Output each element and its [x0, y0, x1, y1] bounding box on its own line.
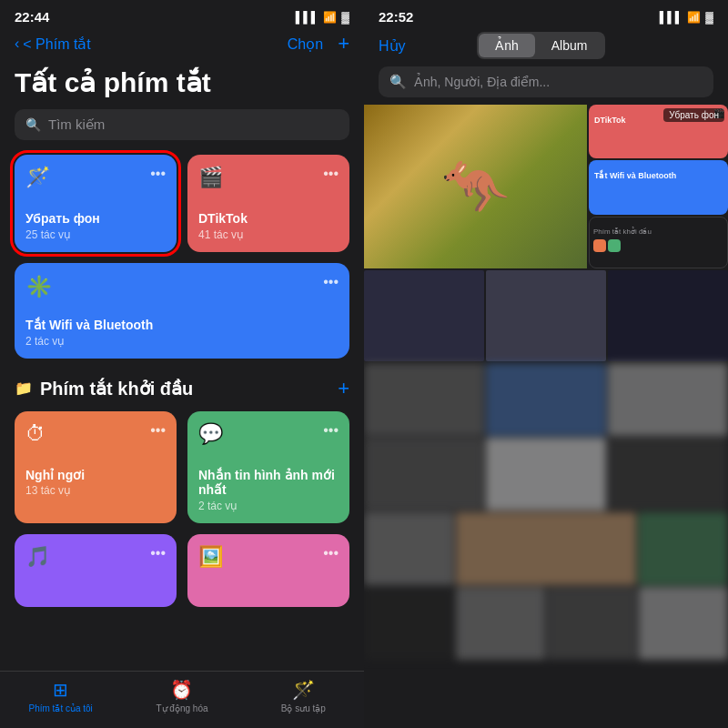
segment-album[interactable]: Album — [535, 34, 604, 57]
photo-search-icon: 🔍 — [389, 74, 407, 90]
photo-cell-1[interactable] — [364, 270, 484, 361]
ubr-fon-title: Убрать фон — [25, 211, 166, 227]
blurred-photos-area — [364, 363, 728, 660]
right-signal-icon: ▌▌▌ — [660, 11, 683, 24]
ubr-fon-more[interactable]: ••• — [150, 166, 166, 182]
bottom-shortcuts-grid: ⏱ ••• Nghỉ ngơi 13 tác vụ 💬 ••• Nhắn tin… — [0, 411, 364, 535]
right-status-bar: 22:52 ▌▌▌ 📶 ▓ — [364, 0, 728, 28]
left-status-icons: ▌▌▌ 📶 ▓ — [296, 11, 349, 24]
shortcut-card-nhan-tin[interactable]: 💬 ••• Nhắn tin hình ảnh mới nhất 2 tác v… — [187, 411, 349, 524]
audio-icon: 🎵 — [25, 545, 166, 569]
wifi-bluetooth-icon: ✳️ — [25, 274, 339, 299]
wifi-card-title: Tắt Wifi và Bluetooth — [25, 318, 339, 333]
tab-my-shortcuts-label: Phím tắt của tôi — [28, 703, 92, 713]
nhan-tin-title: Nhắn tin hình ảnh mới nhất — [198, 468, 339, 499]
right-panel: 22:52 ▌▌▌ 📶 ▓ Hủy Ảnh Album 🔍 Ảnh, Người… — [364, 0, 728, 728]
dtiktok-subtitle: 41 tác vụ — [198, 228, 339, 241]
tab-bar: ⊞ Phím tắt của tôi ⏰ Tự động hóa 🪄 Bộ sư… — [0, 671, 364, 728]
tab-gallery[interactable]: 🪄 Bộ sưu tập — [243, 679, 364, 713]
wifi-card-more[interactable]: ••• — [323, 274, 339, 290]
section-title: 📁 Phím tắt khởi đầu — [15, 378, 193, 399]
dtiktok-more[interactable]: ••• — [323, 166, 339, 182]
animal-photo[interactable]: 🦘 — [364, 105, 587, 268]
back-label: < Phím tắt — [23, 35, 90, 53]
mini-phimtat-card[interactable]: Phím tắt khởi đầu — [589, 217, 728, 268]
wifi-card-subtitle: 2 tác vụ — [25, 335, 339, 348]
photos2-icon: 🖼️ — [198, 545, 339, 569]
tab-gallery-icon: 🪄 — [292, 679, 315, 701]
dtiktok-title: DTikTok — [198, 211, 339, 227]
mini-icon-2 — [608, 239, 621, 252]
wifi-icon: 📶 — [323, 11, 337, 24]
mini-dtiktok-label: DTikTok — [594, 116, 626, 125]
shortcut-card-audio[interactable]: 🎵 ••• — [15, 534, 177, 607]
left-nav-bar: ‹ < Phím tắt Chọn + — [0, 28, 364, 63]
tab-automation-label: Tự động hóa — [156, 703, 207, 713]
right-wifi-icon: 📶 — [687, 11, 701, 24]
search-placeholder: Tìm kiếm — [48, 116, 105, 133]
left-status-bar: 22:44 ▌▌▌ 📶 ▓ — [0, 0, 364, 28]
nghi-ngoi-icon: ⏱ — [25, 422, 166, 446]
dtiktok-icon: 🎬 — [198, 166, 339, 189]
photo-cell-3[interactable] — [608, 270, 728, 361]
choose-button[interactable]: Chọn — [288, 35, 323, 53]
mini-action-icons — [593, 239, 723, 252]
nhan-tin-icon: 💬 — [198, 422, 339, 446]
mini-wifi-label: Tắt Wifi và Bluetooth — [594, 171, 676, 180]
segment-control: Ảnh Album — [477, 32, 605, 59]
nghi-ngoi-title: Nghỉ ngơi — [25, 468, 166, 483]
segment-photos[interactable]: Ảnh — [479, 34, 535, 57]
overlay-label: Убрать фон — [663, 108, 724, 122]
right-status-icons: ▌▌▌ 📶 ▓ — [660, 11, 713, 24]
add-button[interactable]: + — [338, 32, 349, 56]
search-icon: 🔍 — [25, 117, 41, 132]
photo-search-bar[interactable]: 🔍 Ảnh, Người, Địa điểm... — [379, 66, 713, 97]
mini-wifi-card[interactable]: Tắt Wifi và Bluetooth — [589, 160, 728, 214]
shortcut-card-ubr-fon[interactable]: 🪄 ••• Убрать фон 25 tác vụ — [15, 155, 177, 252]
photo-cell-2[interactable] — [486, 270, 606, 361]
left-time: 22:44 — [15, 9, 49, 25]
back-button[interactable]: ‹ < Phím tắt — [15, 35, 91, 53]
top-shortcuts-grid: 🪄 ••• Убрать фон 25 tác vụ 🎬 ••• DTikTok… — [0, 155, 364, 263]
tab-automation[interactable]: ⏰ Tự động hóa — [121, 679, 242, 713]
photos-area: 🦘 DTikTok 🎬 Tắt Wifi và Bluetooth Phím t… — [364, 105, 728, 728]
audio-more[interactable]: ••• — [150, 545, 166, 561]
photos-row-1: 🦘 DTikTok 🎬 Tắt Wifi và Bluetooth Phím t… — [364, 105, 728, 268]
mini-phimtat-label: Phím tắt khởi đầu — [593, 228, 652, 236]
animal-illustration: 🦘 — [364, 105, 587, 268]
bottom-row-2: 🎵 ••• 🖼️ ••• — [0, 534, 364, 618]
mini-icon-1 — [593, 239, 606, 252]
section-add-button[interactable]: + — [338, 377, 349, 400]
nav-actions: Chọn + — [288, 32, 349, 56]
cancel-button[interactable]: Hủy — [379, 37, 406, 55]
ubr-fon-icon: 🪄 — [25, 166, 166, 189]
photos2-more[interactable]: ••• — [323, 545, 339, 561]
tab-my-shortcuts[interactable]: ⊞ Phím tắt của tôi — [0, 679, 121, 713]
shortcut-card-photos2[interactable]: 🖼️ ••• — [187, 534, 349, 607]
wifi-bluetooth-card[interactable]: ✳️ ••• Tắt Wifi và Bluetooth 2 tác vụ — [15, 263, 349, 359]
photos-row-2 — [364, 270, 728, 361]
left-panel: 22:44 ▌▌▌ 📶 ▓ ‹ < Phím tắt Chọn + Tất cả… — [0, 0, 364, 728]
shortcut-card-nghi-ngoi[interactable]: ⏱ ••• Nghỉ ngơi 13 tác vụ — [15, 411, 177, 524]
folder-icon: 📁 — [15, 379, 33, 397]
battery-icon: ▓ — [341, 11, 349, 24]
section-title-text: Phím tắt khởi đầu — [40, 378, 193, 399]
section-header: 📁 Phím tắt khởi đầu + — [0, 369, 364, 411]
nhan-tin-more[interactable]: ••• — [323, 422, 339, 439]
ubr-fon-subtitle: 25 tác vụ — [25, 228, 166, 241]
search-bar[interactable]: 🔍 Tìm kiếm — [15, 109, 349, 140]
nghi-ngoi-subtitle: 13 tác vụ — [25, 484, 166, 497]
tab-my-shortcuts-icon: ⊞ — [53, 679, 68, 701]
shortcut-card-dtiktok[interactable]: 🎬 ••• DTikTok 41 tác vụ — [187, 155, 349, 252]
right-nav-bar: Hủy Ảnh Album — [364, 28, 728, 66]
tab-gallery-label: Bộ sưu tập — [281, 703, 326, 713]
nhan-tin-subtitle: 2 tác vụ — [198, 500, 339, 512]
nghi-ngoi-more[interactable]: ••• — [150, 422, 166, 439]
page-title: Tất cả phím tắt — [0, 63, 364, 109]
back-chevron: ‹ — [15, 35, 19, 52]
right-time: 22:52 — [379, 9, 413, 25]
photo-search-placeholder: Ảnh, Người, Địa điểm... — [414, 75, 550, 89]
right-battery-icon: ▓ — [705, 11, 713, 24]
tab-automation-icon: ⏰ — [170, 679, 193, 701]
photo-right-column: DTikTok 🎬 Tắt Wifi và Bluetooth Phím tắt… — [589, 105, 728, 268]
